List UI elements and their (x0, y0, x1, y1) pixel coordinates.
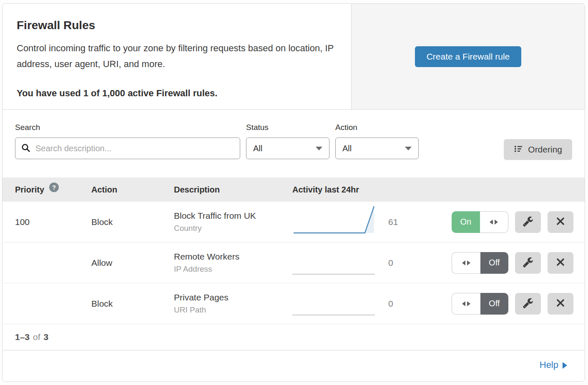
help-bar: Help (3, 350, 585, 380)
table-row: Block Private Pages URI Path 0 Off (3, 283, 585, 324)
wrench-icon (523, 216, 533, 228)
search-icon (21, 143, 30, 154)
help-arrow-icon (563, 362, 567, 369)
table-row: Allow Remote Workers IP Address 0 Off (3, 242, 585, 283)
toggle-off-segment: Off (480, 252, 509, 274)
rule-description: Remote Workers (174, 252, 292, 262)
chevron-down-icon (405, 147, 412, 150)
help-link-label: Help (540, 360, 558, 370)
toggle-handle (452, 252, 480, 274)
column-header-description: Description (174, 185, 292, 195)
edit-rule-button[interactable] (515, 293, 541, 315)
rule-match-type: URI Path (174, 305, 292, 315)
wrench-icon (523, 257, 533, 269)
activity-sparkline (292, 204, 378, 234)
action-value: Block (91, 217, 174, 227)
close-icon (556, 217, 565, 227)
enable-toggle[interactable]: On (452, 211, 508, 233)
pagination-range: 1–3 (15, 332, 30, 342)
table-header: Priority ? Action Description Activity l… (3, 178, 585, 202)
chevron-down-icon (316, 147, 322, 150)
rule-description: Private Pages (174, 292, 292, 302)
rule-match-type: IP Address (174, 265, 292, 274)
header-text-block: Firewall Rules Control incoming traffic … (3, 4, 351, 109)
close-icon (556, 298, 565, 309)
action-label: Action (335, 123, 419, 132)
enable-toggle[interactable]: Off (452, 252, 508, 274)
status-selected-value: All (253, 144, 262, 153)
help-circle-icon[interactable]: ? (49, 182, 59, 192)
create-firewall-rule-button[interactable]: Create a Firewall rule (415, 46, 522, 67)
toggle-on-segment: On (452, 211, 480, 233)
pagination-of: of (33, 332, 40, 342)
toggle-off-segment: Off (480, 293, 509, 315)
delete-rule-button[interactable] (548, 293, 573, 315)
drag-handle-icon (462, 301, 470, 306)
edit-rule-button[interactable] (515, 211, 541, 233)
rule-match-type: Country (174, 224, 292, 233)
pagination-bar: 1–3 of 3 (3, 324, 585, 350)
page-description: Control incoming traffic to your zone by… (17, 40, 337, 72)
drag-handle-icon (490, 220, 498, 225)
delete-rule-button[interactable] (548, 252, 573, 274)
table-row: 100 Block Block Traffic from UK Country … (3, 202, 585, 242)
edit-rule-button[interactable] (515, 252, 541, 274)
rule-description: Block Traffic from UK (174, 211, 292, 221)
close-icon (556, 258, 565, 268)
enable-toggle[interactable]: Off (452, 293, 508, 315)
wrench-icon (523, 298, 533, 310)
page-title: Firewall Rules (17, 19, 337, 32)
column-header-activity: Activity last 24hr (292, 185, 585, 195)
column-header-priority: Priority (15, 185, 44, 195)
action-select[interactable]: All (335, 138, 419, 159)
usage-note: You have used 1 of 1,000 active Firewall… (17, 88, 337, 99)
ordering-button[interactable]: Ordering (504, 139, 572, 160)
action-value: Block (91, 299, 174, 309)
toggle-handle (480, 211, 509, 233)
pagination-total: 3 (44, 332, 49, 342)
column-header-action: Action (91, 185, 174, 195)
activity-sparkline (292, 286, 378, 316)
toggle-handle (452, 293, 480, 315)
search-group: Search (15, 123, 240, 159)
activity-count: 0 (378, 299, 417, 309)
search-input[interactable] (15, 138, 240, 159)
status-label: Status (246, 123, 329, 132)
header-action-panel: Create a Firewall rule (351, 4, 585, 109)
firewall-rules-card: Firewall Rules Control incoming traffic … (2, 3, 585, 382)
filter-bar: Search Status All Action All (3, 110, 585, 178)
header-section: Firewall Rules Control incoming traffic … (3, 4, 585, 110)
search-label: Search (15, 123, 240, 132)
ordering-list-icon (514, 144, 523, 155)
help-link[interactable]: Help (540, 360, 567, 370)
action-selected-value: All (342, 144, 352, 153)
drag-handle-icon (462, 260, 470, 265)
activity-count: 0 (378, 258, 417, 268)
action-filter-group: Action All (335, 123, 419, 159)
priority-value: 100 (15, 217, 91, 227)
status-select[interactable]: All (246, 138, 329, 159)
status-filter-group: Status All (246, 123, 329, 159)
activity-count: 61 (378, 217, 417, 227)
action-value: Allow (91, 258, 174, 268)
delete-rule-button[interactable] (548, 211, 573, 233)
activity-sparkline (292, 245, 378, 275)
ordering-button-label: Ordering (528, 145, 562, 155)
